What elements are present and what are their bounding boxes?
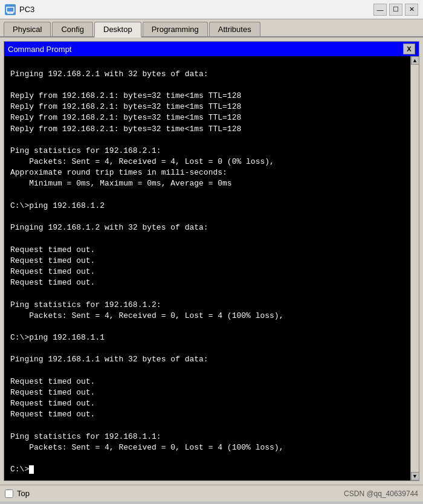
cmd-titlebar: Command Prompt X <box>4 42 419 56</box>
tab-attributes[interactable]: Attributes <box>209 22 260 36</box>
cmd-title-text: Command Prompt <box>8 45 71 54</box>
scroll-down-arrow[interactable]: ▼ <box>411 472 419 480</box>
tab-programming[interactable]: Programming <box>143 22 208 36</box>
cmd-output[interactable]: Cisco Packet Tracer PC Command Line 1.0 … <box>4 56 410 480</box>
window-title: PC3 <box>19 5 373 14</box>
scroll-up-arrow[interactable]: ▲ <box>411 56 419 65</box>
scrollbar[interactable]: ▲ ▼ <box>410 56 419 480</box>
scroll-track[interactable] <box>411 65 419 472</box>
tab-desktop[interactable]: Desktop <box>94 22 141 37</box>
maximize-button[interactable]: ☐ <box>389 4 402 16</box>
window-controls: — ☐ ✕ <box>373 4 418 16</box>
app-icon <box>5 4 16 15</box>
tab-bar: Physical Config Desktop Programming Attr… <box>0 19 423 37</box>
minimize-button[interactable]: — <box>373 4 387 16</box>
svg-rect-0 <box>7 7 14 12</box>
command-prompt-window: Command Prompt X Cisco Packet Tracer PC … <box>4 41 419 481</box>
window-titlebar: PC3 — ☐ ✕ <box>0 0 423 19</box>
cmd-close-button[interactable]: X <box>403 44 415 54</box>
tab-physical[interactable]: Physical <box>4 22 51 36</box>
tab-config[interactable]: Config <box>52 22 93 36</box>
close-window-button[interactable]: ✕ <box>405 4 418 16</box>
top-label: Top <box>17 489 30 498</box>
bottom-left: Top <box>5 489 30 498</box>
cursor <box>29 465 34 474</box>
bottom-bar: Top CSDN @qq_40639744 <box>0 485 423 502</box>
top-checkbox[interactable] <box>5 489 13 498</box>
cmd-body: Cisco Packet Tracer PC Command Line 1.0 … <box>4 56 419 480</box>
watermark: CSDN @qq_40639744 <box>344 489 418 498</box>
main-content: Command Prompt X Cisco Packet Tracer PC … <box>0 37 423 485</box>
